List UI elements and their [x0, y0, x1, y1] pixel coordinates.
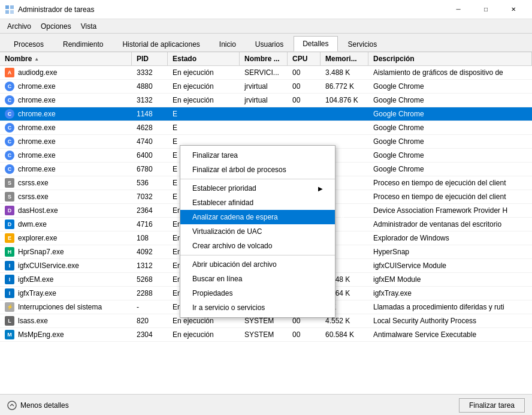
svg-rect-2 — [5, 10, 9, 14]
cell-name: C chrome.exe — [0, 135, 132, 148]
menu-item-vista[interactable]: Vista — [76, 21, 101, 32]
cell-estado: En ejecución — [168, 94, 240, 107]
close-button[interactable]: ✕ — [500, 0, 527, 19]
tab-inicio[interactable]: Inicio — [210, 37, 245, 52]
table-header: Nombre ▲PIDEstadoNombre ...CPUMemori...D… — [0, 52, 532, 66]
cell-name: D dasHost.exe — [0, 204, 132, 217]
column-header-cpu[interactable]: CPU — [288, 52, 321, 65]
column-header-descripcin[interactable]: Descripción — [368, 52, 532, 65]
tab-rendimiento[interactable]: Rendimiento — [54, 37, 112, 52]
ctx-item-label: Abrir ubicación del archivo — [192, 260, 277, 269]
svg-rect-1 — [10, 5, 14, 9]
cell-memory: 3.488 K — [321, 66, 368, 79]
cell-desc: Google Chrome — [368, 149, 532, 162]
process-icon: H — [5, 247, 14, 257]
menu-item-archivo[interactable]: Archivo — [2, 21, 36, 32]
ctx-item-label: Buscar en línea — [192, 275, 242, 283]
cell-desc: Proceso en tiempo de ejecución del clien… — [368, 176, 532, 190]
end-task-button[interactable]: Finalizar tarea — [459, 398, 525, 413]
process-name: audiodg.exe — [18, 68, 57, 77]
context-menu-item-crear-archivo-de-volcado[interactable]: Crear archivo de volcado — [180, 239, 335, 253]
cell-desc: Administrador de ventanas del escritorio — [368, 218, 532, 231]
column-header-nombre[interactable]: Nombre ▲ — [0, 52, 132, 65]
cell-pid: 3332 — [132, 66, 168, 79]
ctx-item-label: Ir a servicio o servicios — [192, 303, 265, 312]
cell-cpu: 00 — [288, 94, 321, 107]
cell-pid: 4880 — [132, 80, 168, 93]
table-row[interactable]: C chrome.exe 4628 E Google Chrome — [0, 121, 532, 135]
process-icon: C — [5, 82, 14, 91]
cell-usuario: SYSTEM — [240, 328, 288, 341]
context-menu-item-finalizar-el-rbol-de-procesos[interactable]: Finalizar el árbol de procesos — [180, 163, 335, 177]
table-row[interactable]: C chrome.exe 3132 En ejecución jrvirtual… — [0, 94, 532, 107]
ctx-item-label: Analizar cadena de espera — [192, 213, 278, 221]
minimize-button[interactable]: ─ — [445, 0, 472, 19]
cell-memory: 86.772 K — [321, 80, 368, 93]
context-menu-item-ir-a-servicio-o-servicios[interactable]: Ir a servicio o servicios — [180, 300, 335, 315]
cell-estado: E — [168, 107, 240, 121]
process-name: igfxTray.exe — [18, 289, 56, 297]
tab-bar: ProcesosRendimientoHistorial de aplicaci… — [0, 34, 532, 52]
cell-name: A audiodg.exe — [0, 66, 132, 79]
cell-pid: 820 — [132, 314, 168, 327]
cell-desc: Local Security Authority Process — [368, 314, 532, 327]
context-menu-item-analizar-cadena-de-espera[interactable]: Analizar cadena de espera↖ — [180, 210, 335, 224]
main-content: Nombre ▲PIDEstadoNombre ...CPUMemori...D… — [0, 52, 532, 394]
table-row[interactable]: C chrome.exe 4880 En ejecución jrvirtual… — [0, 80, 532, 94]
table-row[interactable]: M MsMpEng.exe 2304 En ejecución SYSTEM 0… — [0, 328, 532, 342]
process-icon: I — [5, 288, 14, 298]
cell-name: S csrss.exe — [0, 190, 132, 203]
cell-name: I igfxTray.exe — [0, 287, 132, 300]
table-row[interactable]: A audiodg.exe 3332 En ejecución SERVICI.… — [0, 66, 532, 80]
context-menu-item-abrir-ubicacin-del-archivo[interactable]: Abrir ubicación del archivo — [180, 257, 335, 272]
cell-cpu — [288, 121, 321, 134]
ctx-item-label: Crear archivo de volcado — [192, 242, 272, 250]
column-header-estado[interactable]: Estado — [168, 52, 240, 65]
collapse-details[interactable]: Menos detalles — [7, 401, 69, 410]
cell-desc: Google Chrome — [368, 121, 532, 134]
tab-procesos[interactable]: Procesos — [5, 37, 53, 52]
menu-item-opciones[interactable]: Opciones — [36, 21, 76, 32]
maximize-button[interactable]: □ — [472, 0, 500, 19]
cell-desc: Proceso en tiempo de ejecución del clien… — [368, 190, 532, 203]
context-menu-item-buscar-en-lnea[interactable]: Buscar en línea — [180, 272, 335, 286]
cell-estado: En ejecución — [168, 66, 240, 79]
process-name: chrome.exe — [18, 124, 56, 132]
process-icon: C — [5, 137, 14, 146]
context-menu-item-establecer-afinidad[interactable]: Establecer afinidad — [180, 196, 335, 210]
cell-cpu: 00 — [288, 80, 321, 93]
process-name: chrome.exe — [18, 151, 56, 160]
tab-servicios[interactable]: Servicios — [339, 37, 386, 52]
column-header-pid[interactable]: PID — [132, 52, 168, 65]
context-menu-item-propiedades[interactable]: Propiedades — [180, 286, 335, 300]
cell-estado: En ejecución — [168, 328, 240, 341]
context-menu-item-virtualizacin-de-uac[interactable]: Virtualización de UAC — [180, 224, 335, 239]
column-header-nombre[interactable]: Nombre ... — [240, 52, 288, 65]
cell-usuario: jrvirtual — [240, 94, 288, 107]
statusbar: Menos detalles Finalizar tarea — [0, 394, 532, 415]
app-icon — [5, 5, 14, 14]
tab-usuarios[interactable]: Usuarios — [246, 37, 292, 52]
cell-pid: 4092 — [132, 245, 168, 258]
svg-rect-0 — [5, 5, 9, 9]
column-header-memori[interactable]: Memori... — [321, 52, 368, 65]
cell-pid: 1148 — [132, 107, 168, 121]
tab-detalles[interactable]: Detalles — [294, 36, 337, 52]
cell-pid: 5268 — [132, 273, 168, 286]
process-name: chrome.exe — [18, 137, 56, 146]
process-icon: D — [5, 219, 14, 229]
context-menu-item-establecer-prioridad[interactable]: Establecer prioridad▶ — [180, 181, 335, 196]
context-menu-item-finalizar-tarea[interactable]: Finalizar tarea — [180, 148, 335, 163]
cell-name: H HprSnap7.exe — [0, 245, 132, 258]
sort-arrow: ▲ — [34, 56, 39, 62]
process-name: chrome.exe — [18, 82, 56, 91]
tab-historial-de-aplicaciones[interactable]: Historial de aplicaciones — [113, 37, 208, 52]
cell-name: ⚡ Interrupciones del sistema — [0, 300, 132, 314]
process-name: Interrupciones del sistema — [18, 303, 102, 311]
table-row[interactable]: C chrome.exe 1148 E Google Chrome — [0, 107, 532, 121]
svg-rect-3 — [10, 10, 14, 14]
cell-pid: 536 — [132, 176, 168, 190]
cell-name: S csrss.exe — [0, 176, 132, 190]
cell-name: I igfxEM.exe — [0, 273, 132, 286]
cell-desc: Google Chrome — [368, 80, 532, 93]
